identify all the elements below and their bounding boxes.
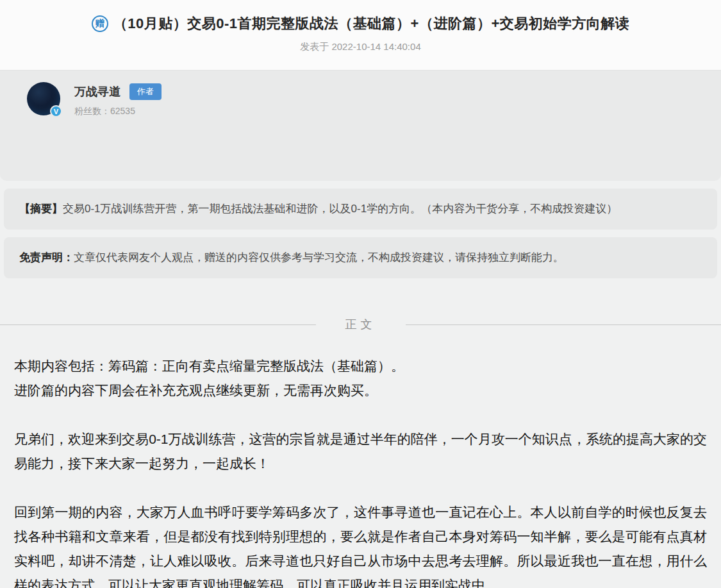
divider-line-left [0, 324, 316, 325]
section-label: 正文 [316, 317, 406, 332]
article-paragraph: 兄弟们，欢迎来到交易0-1万战训练营，这营的宗旨就是通过半年的陪伴，一个月攻一个… [14, 427, 707, 476]
publish-date: 发表于 2022-10-14 14:40:04 [0, 41, 721, 53]
author-role-badge: 作者 [129, 83, 162, 100]
article-paragraph: 本期内容包括：筹码篇：正向有卖点缩量完整版战法（基础篇）。 进阶篇的内容下周会在… [14, 354, 707, 403]
author-card: V 万战寻道 作者 粉丝数：62535 [0, 71, 721, 181]
author-avatar[interactable]: V [27, 82, 60, 115]
fans-line: 粉丝数：62535 [74, 106, 162, 117]
article-body: 本期内容包括：筹码篇：正向有卖点缩量完整版战法（基础篇）。 进阶篇的内容下周会在… [0, 332, 721, 588]
article-paragraph: 回到第一期的内容，大家万人血书呼吁要学筹码多次了，这件事寻道也一直记在心上。本人… [14, 500, 707, 588]
page-title: （10月贴）交易0-1首期完整版战法（基础篇）+（进阶篇）+交易初始学方向解读 [113, 14, 629, 33]
divider-line-right [406, 324, 721, 325]
title-row: 赠 （10月贴）交易0-1首期完整版战法（基础篇）+（进阶篇）+交易初始学方向解… [92, 14, 629, 33]
disclaimer-box: 免责声明：文章仅代表网友个人观点，赠送的内容仅供参考与学习交流，不构成投资建议，… [4, 237, 717, 278]
summary-text: 交易0-1万战训练营开营，第一期包括战法基础和进阶，以及0-1学的方向。（本内容… [63, 203, 617, 215]
summary-box: 【摘要】交易0-1万战训练营开营，第一期包括战法基础和进阶，以及0-1学的方向。… [4, 189, 717, 230]
content-section-divider: 正文 [0, 317, 721, 332]
verified-icon: V [50, 105, 62, 117]
fans-count: 62535 [110, 106, 135, 116]
author-name[interactable]: 万战寻道 [74, 84, 120, 99]
fans-label: 粉丝数： [74, 106, 110, 116]
page-header: 赠 （10月贴）交易0-1首期完整版战法（基础篇）+（进阶篇）+交易初始学方向解… [0, 0, 721, 71]
summary-prefix: 【摘要】 [19, 203, 63, 215]
disclaimer-text: 文章仅代表网友个人观点，赠送的内容仅供参考与学习交流，不构成投资建议，请保持独立… [74, 251, 564, 264]
gift-badge-icon: 赠 [92, 15, 108, 32]
disclaimer-prefix: 免责声明： [19, 251, 74, 264]
